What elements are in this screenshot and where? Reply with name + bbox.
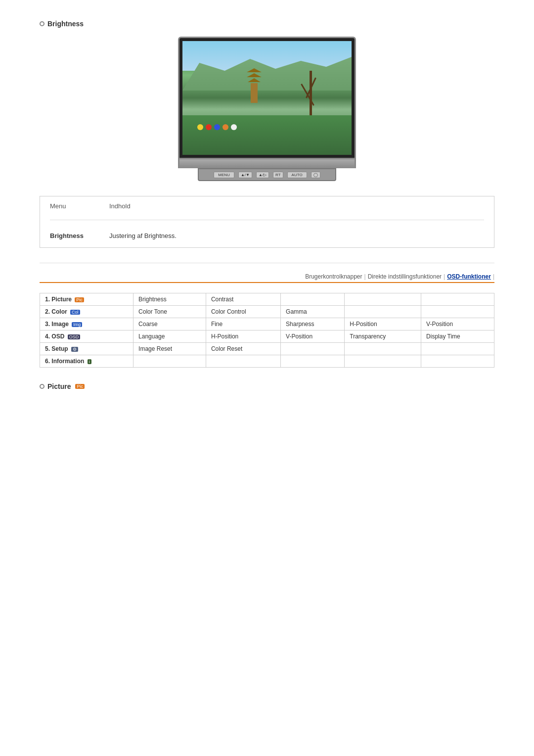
monitor-screen [182, 41, 352, 155]
badge-picture: Pic [75, 297, 84, 302]
menu-label-color: 2. Color [45, 308, 69, 315]
cell-empty4 [345, 306, 421, 318]
nav-osd[interactable]: OSD-funktioner [447, 273, 491, 280]
cell-h-position-image[interactable]: H-Position [345, 318, 421, 331]
pagoda [247, 68, 262, 103]
cell-empty13 [421, 355, 494, 368]
ctrl-auto[interactable]: AUTO [287, 172, 307, 178]
ctrl-brightness[interactable]: ▲/▼ [238, 172, 252, 178]
ctrl-rt[interactable]: RT [273, 172, 283, 178]
badge-osd: OSD [68, 334, 81, 339]
menu-item-image[interactable]: 3. Image Img [40, 318, 134, 331]
menu-label-information: 6. Information [45, 358, 84, 365]
circle-icon [40, 21, 44, 26]
cell-empty11 [281, 355, 345, 368]
cell-language[interactable]: Language [134, 331, 206, 343]
info-table: Menu Indhold Brightness Justering af Bri… [40, 196, 494, 248]
picture-badge: Pic [75, 384, 85, 389]
cell-sharpness[interactable]: Sharpness [281, 318, 345, 331]
cell-h-position-osd[interactable]: H-Position [206, 331, 280, 343]
row-content-label: Justering af Brightness. [109, 232, 484, 239]
menu-item-information[interactable]: 6. Information i [40, 355, 134, 368]
cell-coarse[interactable]: Coarse [134, 318, 206, 331]
colorful-balls [197, 124, 237, 130]
cell-empty8 [421, 343, 494, 355]
badge-image: Img [72, 322, 82, 327]
info-table-header: Menu Indhold [50, 202, 484, 210]
ctrl-power[interactable]: ◯ [311, 172, 320, 178]
monitor-frame [178, 37, 356, 159]
cell-empty9 [134, 355, 206, 368]
cell-image-reset[interactable]: Image Reset [134, 343, 206, 355]
ctrl-arrows[interactable]: ▲/▷ [256, 172, 269, 178]
cell-v-position-osd[interactable]: V-Position [281, 331, 345, 343]
table-row: 6. Information i [40, 355, 494, 368]
monitor-bezel [178, 159, 356, 168]
menu-label-setup: 5. Setup [45, 345, 70, 352]
menu-item-picture[interactable]: 1. Picture Pic [40, 293, 134, 306]
nav-brugerkontrol[interactable]: Brugerkontrolknapper [305, 273, 362, 280]
cell-brightness[interactable]: Brightness [134, 293, 206, 306]
cell-display-time[interactable]: Display Time [421, 331, 494, 343]
monitor-controls: MENU ▲/▼ ▲/▷ RT AUTO ◯ [198, 168, 336, 181]
badge-information: i [88, 359, 91, 364]
cell-empty7 [345, 343, 421, 355]
col-header-content: Indhold [109, 202, 484, 210]
cell-transparency[interactable]: Transparency [345, 331, 421, 343]
menu-table: 1. Picture Pic Brightness Contrast 2. Co… [40, 293, 494, 368]
picture-heading: Picture Pic [40, 382, 494, 390]
monitor-container: MENU ▲/▼ ▲/▷ RT AUTO ◯ [40, 37, 494, 181]
info-table-row: Brightness Justering af Brightness. [50, 230, 484, 241]
menu-label-image: 3. Image [45, 321, 70, 328]
nav-sep1: | [364, 273, 366, 280]
cell-empty12 [345, 355, 421, 368]
table-row: 2. Color Col Color Tone Color Control Ga… [40, 306, 494, 318]
cell-color-reset[interactable]: Color Reset [206, 343, 280, 355]
cell-fine[interactable]: Fine [206, 318, 280, 331]
cell-empty6 [281, 343, 345, 355]
nav-sep3: | [493, 273, 494, 280]
cell-empty5 [421, 306, 494, 318]
cell-empty1 [281, 293, 345, 306]
cell-gamma[interactable]: Gamma [281, 306, 345, 318]
table-row: 1. Picture Pic Brightness Contrast [40, 293, 494, 306]
cell-color-tone[interactable]: Color Tone [134, 306, 206, 318]
cell-contrast[interactable]: Contrast [206, 293, 280, 306]
nav-direkte[interactable]: Direkte indstillingsfunktioner [368, 273, 442, 280]
col-header-menu: Menu [50, 202, 109, 210]
menu-label-picture: 1. Picture [45, 296, 73, 303]
menu-item-setup[interactable]: 5. Setup ⚙ [40, 343, 134, 355]
badge-setup: ⚙ [71, 347, 78, 352]
brightness-heading: Brightness [40, 20, 494, 28]
picture-label: Picture [47, 382, 71, 390]
nav-sep2: | [444, 273, 445, 280]
ctrl-menu[interactable]: MENU [214, 172, 234, 178]
brightness-label: Brightness [47, 20, 84, 28]
cell-v-position-image[interactable]: V-Position [421, 318, 494, 331]
divider1 [50, 220, 484, 220]
table-row: 3. Image Img Coarse Fine Sharpness H-Pos… [40, 318, 494, 331]
circle-icon-picture [40, 384, 44, 389]
menu-label-osd: 4. OSD [45, 333, 66, 340]
cell-empty2 [345, 293, 421, 306]
menu-item-osd[interactable]: 4. OSD OSD [40, 331, 134, 343]
nav-links: Brugerkontrolknapper | Direkte indstilli… [40, 273, 494, 283]
ground [182, 115, 352, 155]
row-menu-label: Brightness [50, 232, 109, 239]
table-row: 5. Setup ⚙ Image Reset Color Reset [40, 343, 494, 355]
menu-item-color[interactable]: 2. Color Col [40, 306, 134, 318]
cell-empty10 [206, 355, 280, 368]
cell-color-control[interactable]: Color Control [206, 306, 280, 318]
cell-empty3 [421, 293, 494, 306]
section-divider [40, 263, 494, 263]
badge-color: Col [70, 310, 80, 315]
table-row: 4. OSD OSD Language H-Position V-Positio… [40, 331, 494, 343]
